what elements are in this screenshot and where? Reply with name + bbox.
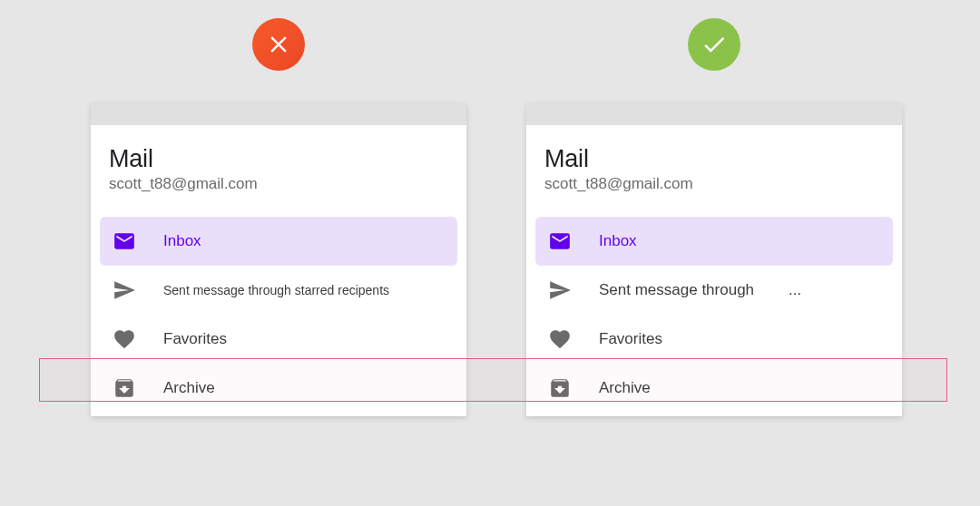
nav-item-label: Archive	[599, 379, 651, 397]
nav-item-label: Inbox	[163, 232, 201, 250]
ellipsis-icon: ...	[789, 281, 801, 299]
nav-item-inbox[interactable]: Inbox	[535, 217, 893, 266]
nav-item-sent[interactable]: Sent message through ...	[535, 266, 893, 315]
drawer-header: Mail scott_t88@gmail.com	[91, 125, 466, 209]
nav-item-favorites[interactable]: Favorites	[100, 315, 457, 364]
nav-list: Inbox Sent message through ... Favorites…	[526, 209, 902, 413]
nav-item-label: Sent message through	[599, 281, 754, 299]
nav-item-label: Favorites	[599, 330, 662, 348]
panel-do: Mail scott_t88@gmail.com Inbox Sent mess…	[526, 18, 902, 416]
nav-item-favorites[interactable]: Favorites	[535, 315, 893, 364]
drawer-header: Mail scott_t88@gmail.com	[526, 125, 902, 209]
nav-item-archive[interactable]: Archive	[100, 364, 457, 413]
nav-item-archive[interactable]: Archive	[535, 364, 893, 413]
cross-icon	[265, 31, 292, 58]
nav-item-label: Favorites	[163, 330, 227, 348]
nav-list: Inbox Sent message through starred recip…	[91, 209, 466, 413]
panel-dont: Mail scott_t88@gmail.com Inbox Sent mess…	[91, 18, 466, 416]
send-icon	[548, 278, 572, 302]
mail-icon	[548, 229, 572, 253]
send-icon	[113, 278, 136, 302]
heart-icon	[548, 327, 572, 351]
statusbar	[91, 103, 466, 125]
nav-item-sent[interactable]: Sent message through starred recipents	[100, 266, 457, 315]
mail-icon	[113, 229, 136, 253]
app-title: Mail	[109, 145, 448, 173]
archive-icon	[113, 376, 136, 400]
nav-item-label: Inbox	[599, 232, 637, 250]
archive-icon	[548, 376, 572, 400]
card-do: Mail scott_t88@gmail.com Inbox Sent mess…	[526, 103, 902, 416]
badge-do	[688, 18, 740, 71]
nav-item-label: Archive	[163, 379, 215, 397]
statusbar	[526, 103, 902, 125]
badge-dont	[252, 18, 305, 71]
heart-icon	[113, 327, 136, 351]
account-email: scott_t88@gmail.com	[109, 175, 448, 193]
nav-item-inbox[interactable]: Inbox	[100, 217, 457, 266]
app-title: Mail	[544, 145, 884, 173]
card-dont: Mail scott_t88@gmail.com Inbox Sent mess…	[91, 103, 466, 416]
check-icon	[701, 31, 728, 58]
account-email: scott_t88@gmail.com	[544, 175, 884, 193]
nav-item-label: Sent message through starred recipents	[163, 283, 389, 297]
